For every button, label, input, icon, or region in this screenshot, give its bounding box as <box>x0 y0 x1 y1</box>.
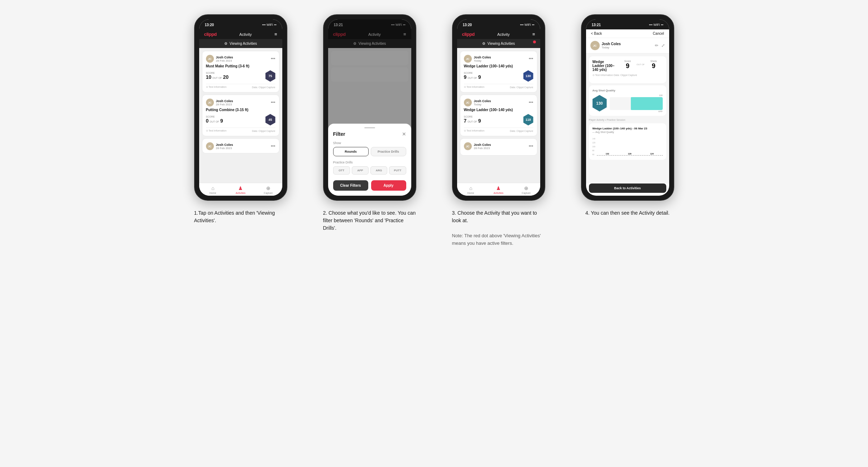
user-name-3-3: Josh Coles <box>474 143 491 147</box>
card-dots-3-1[interactable]: ••• <box>529 57 533 61</box>
filter-banner-1[interactable]: ⚙ Viewing Activities <box>199 39 282 48</box>
score-label-3-1: Score <box>464 72 481 74</box>
signal-icon-4: ▪▪▪ <box>649 23 653 27</box>
phone-frame-4: 13:21 ▪▪▪ WiFi ▪▪ < Back Cancel <box>581 14 674 201</box>
footer-right-1-1: Data: Clippd Capture <box>252 86 275 89</box>
page-container: 13:20 ▪▪▪ WiFi ▪▪ clippd Activity ≡ <box>183 14 685 247</box>
drills-label: Practice Drills <box>333 161 406 164</box>
back-button[interactable]: < Back <box>591 32 602 35</box>
reference-line <box>597 155 663 156</box>
filter-title: Filter <box>333 131 345 137</box>
status-time-3: 13:20 <box>463 23 472 27</box>
nav-activities-3[interactable]: ♟ Activities <box>485 185 512 194</box>
filter-banner-3[interactable]: ⚙ Viewing Activities <box>457 39 540 48</box>
practice-drills-toggle[interactable]: Practice Drills <box>371 147 406 156</box>
drill-ott[interactable]: OTT <box>333 166 350 175</box>
desc-3-main: 3. Choose the Activity that you want to … <box>452 210 537 223</box>
shot-quality-1-2: 45 <box>265 114 275 125</box>
card-user-3-2: JC Josh Coles Today <box>464 99 491 106</box>
avg-quality-section: Avg Shot Quality 130 130 <box>589 85 666 116</box>
bar-chart-card: Wedge Ladder (100–140 yds) - 06 Mar 23 -… <box>589 123 666 160</box>
card-header-1-1: JC Josh Coles 28 Feb 2023 ••• <box>206 55 275 63</box>
score-value-1-2: 0 <box>206 118 209 124</box>
detail-user-text: Josh Coles Today <box>602 42 621 49</box>
battery-icon-3: ▪▪ <box>532 23 534 27</box>
nav-capture-3[interactable]: ⊕ Capture <box>512 185 540 194</box>
status-bar-1: 13:20 ▪▪▪ WiFi ▪▪ <box>199 19 282 29</box>
activity-card-3-2[interactable]: JC Josh Coles Today ••• Wedge Ladder (10… <box>460 95 537 136</box>
activities-icon-3: ♟ <box>496 185 501 191</box>
card-dots-1-1[interactable]: ••• <box>271 57 275 61</box>
home-label-3: Home <box>467 192 474 194</box>
apply-button[interactable]: Apply <box>371 180 406 191</box>
shots-num: 9 <box>652 62 655 70</box>
card-user-1-3: JC Josh Coles 28 Feb 2023 <box>206 142 233 150</box>
shots-value-3-1: 9 <box>478 74 481 80</box>
out-of-label: OUT OF <box>637 63 645 66</box>
active-filter-dot <box>533 40 536 43</box>
outof-section: OUT OF <box>637 60 645 72</box>
user-info-1-3: Josh Coles 28 Feb 2023 <box>216 143 233 150</box>
user-info-1-1: Josh Coles 28 Feb 2023 <box>216 56 233 62</box>
user-date-1-3: 28 Feb 2023 <box>216 147 233 150</box>
footer-left-1-1: ⊙ Test Information <box>206 86 227 89</box>
filter-close-button[interactable]: ✕ <box>402 131 406 137</box>
card-header-3-3: JC Josh Coles 28 Feb 2023 ••• <box>464 142 533 150</box>
user-info-3-3: Josh Coles 28 Feb 2023 <box>474 143 491 150</box>
y-80: 80 <box>593 149 595 152</box>
expand-icon[interactable]: ⤢ <box>661 43 665 48</box>
back-to-activities-button[interactable]: Back to Activities <box>589 184 666 193</box>
edit-icon[interactable]: ✏ <box>655 43 658 48</box>
cancel-button[interactable]: Cancel <box>653 32 664 35</box>
menu-icon-1[interactable]: ≡ <box>274 32 277 37</box>
phone-2: 13:21 ▪▪▪ WiFi ▪▪ clippd Activity ≡ <box>323 14 416 201</box>
status-time-1: 13:20 <box>205 23 214 27</box>
phone-frame-3: 13:20 ▪▪▪ WiFi ▪▪ clippd Activity ≡ <box>452 14 545 201</box>
footer-right-3-1: Data: Clippd Capture <box>510 86 533 89</box>
user-date-3-1: Today <box>474 59 491 62</box>
activity-card-1-3[interactable]: JC Josh Coles 28 Feb 2023 ••• <box>202 138 279 153</box>
filter-handle <box>364 127 375 128</box>
menu-icon-3[interactable]: ≡ <box>532 32 535 37</box>
card-dots-1-3[interactable]: ••• <box>271 144 275 148</box>
activity-card-3-3[interactable]: JC Josh Coles 28 Feb 2023 ••• <box>460 138 537 156</box>
outof-3-2: OUT OF <box>467 120 477 123</box>
rounds-toggle[interactable]: Rounds <box>333 147 369 156</box>
nav-home-3[interactable]: ⌂ Home <box>457 185 485 194</box>
drill-buttons-row: OTT APP ARG PUTT <box>333 166 406 175</box>
card-user-3-3: JC Josh Coles 28 Feb 2023 <box>464 142 491 150</box>
y-axis: 140 120 100 80 60 <box>593 138 595 156</box>
detail-main-card: Wedge Ladder (100–140 yds) Score 9 OUT O… <box>589 56 666 83</box>
card-dots-3-2[interactable]: ••• <box>529 100 533 105</box>
filter-header: Filter ✕ <box>333 131 406 137</box>
card-user-1-2: JC Josh Coles 28 Feb 2023 <box>206 99 233 106</box>
status-icons-3: ▪▪▪ WiFi ▪▪ <box>520 23 534 27</box>
detail-card-title: Wedge Ladder (100–140 yds) <box>593 60 619 72</box>
nav-capture-1[interactable]: ⊕ Capture <box>254 185 282 194</box>
activity-card-1-1[interactable]: JC Josh Coles 28 Feb 2023 ••• Must Make … <box>202 51 279 92</box>
activity-card-3-1[interactable]: JC Josh Coles Today ••• Wedge Ladder (10… <box>460 51 537 92</box>
phone-column-3: 13:20 ▪▪▪ WiFi ▪▪ clippd Activity ≡ <box>441 14 556 247</box>
app-header-title-1: Activity <box>239 32 252 37</box>
detail-user-name: Josh Coles <box>602 42 621 46</box>
nav-activities-1[interactable]: ♟ Activities <box>227 185 254 194</box>
activity-card-1-2[interactable]: JC Josh Coles 28 Feb 2023 ••• Putting Co… <box>202 95 279 136</box>
card-footer-3-1: ⊙ Test Information Data: Clippd Capture <box>464 84 533 89</box>
drill-arg[interactable]: ARG <box>370 166 387 175</box>
user-info-1-2: Josh Coles 28 Feb 2023 <box>216 99 233 106</box>
clear-filters-button[interactable]: Clear Filters <box>333 180 368 191</box>
filter-banner-text-3: Viewing Activities <box>488 42 515 46</box>
detail-user-date: Today <box>602 46 621 49</box>
drill-app[interactable]: APP <box>352 166 369 175</box>
user-name-1-1: Josh Coles <box>216 56 233 59</box>
desc-3: 3. Choose the Activity that you want to … <box>452 209 545 247</box>
nav-home-1[interactable]: ⌂ Home <box>199 185 227 194</box>
drill-putt[interactable]: PUTT <box>389 166 406 175</box>
shot-quality-3-1: 130 <box>523 70 533 82</box>
chart-bar-fill <box>631 97 663 110</box>
card-dots-3-3[interactable]: ••• <box>529 144 533 148</box>
avatar-1-1: JC <box>206 55 214 63</box>
home-label-1: Home <box>210 192 216 194</box>
phone-screen-1: 13:20 ▪▪▪ WiFi ▪▪ clippd Activity ≡ <box>199 19 282 196</box>
card-dots-1-2[interactable]: ••• <box>271 100 275 105</box>
